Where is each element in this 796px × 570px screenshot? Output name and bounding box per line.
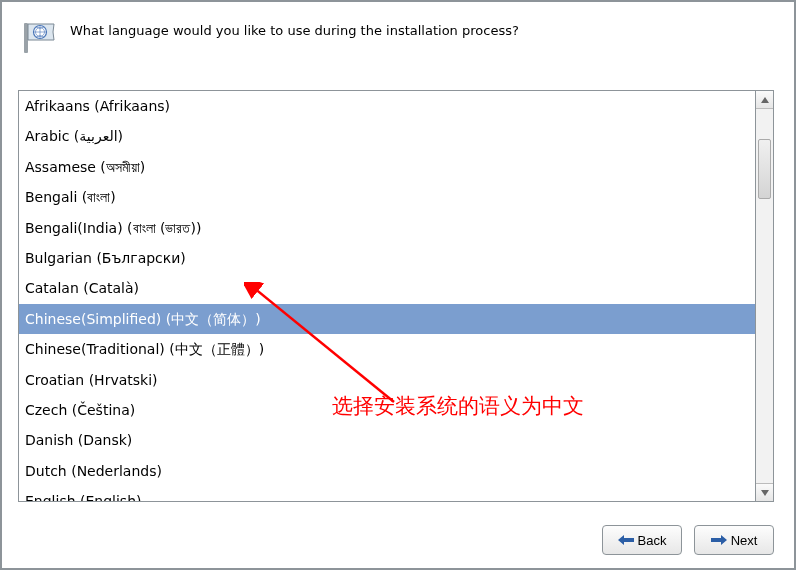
- next-button[interactable]: Next: [694, 525, 774, 555]
- language-item[interactable]: Danish (Dansk): [19, 425, 755, 455]
- language-item[interactable]: Assamese (অসমীয়া): [19, 152, 755, 182]
- language-list-frame: Afrikaans (Afrikaans)Arabic (العربية)Ass…: [18, 90, 756, 502]
- language-item[interactable]: Afrikaans (Afrikaans): [19, 91, 755, 121]
- language-item[interactable]: Chinese(Simplified) (中文（简体）): [19, 304, 755, 334]
- language-item[interactable]: Bengali(India) (বাংলা (ভারত)): [19, 213, 755, 243]
- language-item[interactable]: Czech (Čeština): [19, 395, 755, 425]
- back-button-label: Back: [638, 533, 667, 548]
- arrow-left-icon: [618, 533, 634, 548]
- language-item[interactable]: Croatian (Hrvatski): [19, 365, 755, 395]
- scrollbar[interactable]: [756, 90, 774, 502]
- scroll-up-icon[interactable]: [756, 91, 773, 109]
- installer-window: What language would you like to use duri…: [0, 0, 796, 570]
- language-flag-icon: [22, 20, 58, 56]
- scroll-down-icon[interactable]: [756, 483, 773, 501]
- scroll-thumb[interactable]: [758, 139, 771, 199]
- arrow-right-icon: [711, 533, 727, 548]
- language-item[interactable]: English (English): [19, 486, 755, 501]
- header-question: What language would you like to use duri…: [70, 20, 519, 40]
- language-item[interactable]: Catalan (Català): [19, 273, 755, 303]
- language-item[interactable]: Arabic (العربية): [19, 121, 755, 151]
- svg-rect-0: [24, 23, 28, 53]
- scroll-track[interactable]: [756, 109, 773, 483]
- language-item[interactable]: Dutch (Nederlands): [19, 456, 755, 486]
- language-item[interactable]: Bengali (বাংলা): [19, 182, 755, 212]
- language-list[interactable]: Afrikaans (Afrikaans)Arabic (العربية)Ass…: [19, 91, 755, 501]
- language-list-area: Afrikaans (Afrikaans)Arabic (العربية)Ass…: [18, 90, 774, 502]
- next-button-label: Next: [731, 533, 758, 548]
- footer: Back Next: [2, 512, 794, 568]
- language-item[interactable]: Chinese(Traditional) (中文（正體）): [19, 334, 755, 364]
- header: What language would you like to use duri…: [2, 2, 794, 66]
- language-item[interactable]: Bulgarian (Български): [19, 243, 755, 273]
- back-button[interactable]: Back: [602, 525, 682, 555]
